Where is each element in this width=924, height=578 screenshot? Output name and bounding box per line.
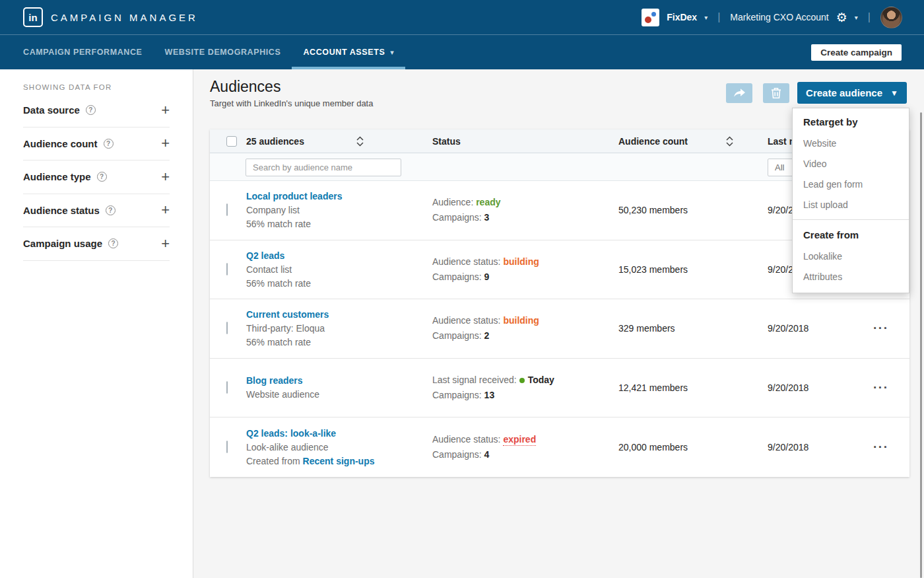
row-checkbox[interactable] xyxy=(226,263,228,275)
user-avatar[interactable] xyxy=(880,7,902,28)
menu-item-website[interactable]: Website xyxy=(793,137,909,150)
filter-label: Audience count xyxy=(23,138,98,149)
logo-red-dot xyxy=(645,17,651,23)
status-value: expired xyxy=(503,434,536,446)
campaigns-count: 2 xyxy=(484,330,490,341)
vertical-scrollbar[interactable] xyxy=(920,112,922,578)
column-audiences[interactable]: 25 audiences xyxy=(246,129,304,153)
page-subtitle: Target with LinkedIn's unique member dat… xyxy=(210,98,373,108)
status-cell: Last signal received:Today Campaigns: 13 xyxy=(432,373,607,403)
status-value: ready xyxy=(476,197,500,207)
menu-item-attributes[interactable]: Attributes xyxy=(793,270,909,283)
campaigns-label: Campaigns: xyxy=(432,212,482,223)
created-from: Created from Recent sign-ups xyxy=(246,454,421,468)
menu-item-list-upload[interactable]: List upload xyxy=(793,198,909,211)
gear-icon[interactable]: ⚙ xyxy=(836,11,847,24)
audience-name-link[interactable]: Current customers xyxy=(246,308,421,322)
search-input[interactable] xyxy=(246,159,401,176)
create-campaign-button[interactable]: Create campaign xyxy=(811,44,902,61)
sort-icon[interactable] xyxy=(726,136,733,147)
filter-label: Campaign usage xyxy=(23,238,102,249)
divider: | xyxy=(868,11,871,23)
row-checkbox[interactable] xyxy=(226,322,228,334)
brand-home-link[interactable]: in CAMPAIGN MANAGER xyxy=(23,7,198,27)
share-button[interactable] xyxy=(726,83,752,103)
main-nav: CAMPAIGN PERFORMANCE WEBSITE DEMOGRAPHIC… xyxy=(0,34,924,69)
menu-item-lookalike[interactable]: Lookalike xyxy=(793,250,909,263)
created-from-link[interactable]: Recent sign-ups xyxy=(303,456,375,466)
row-actions-menu[interactable]: ··· xyxy=(873,321,888,336)
menu-section-retarget-by: Retarget by xyxy=(793,115,909,129)
filter-item-audience-count[interactable]: Audience count ? + xyxy=(23,127,170,161)
status-label: Last signal received: xyxy=(432,375,517,385)
campaigns-count: 13 xyxy=(484,390,495,400)
tab-campaign-performance[interactable]: CAMPAIGN PERFORMANCE xyxy=(12,35,154,69)
tab-label: WEBSITE DEMOGRAPHICS xyxy=(165,48,281,57)
menu-list: Website Video Lead gen form List upload xyxy=(793,137,909,211)
tab-website-demographics[interactable]: WEBSITE DEMOGRAPHICS xyxy=(154,35,292,69)
status-cell: Audience status: building Campaigns: 2 xyxy=(432,313,607,343)
status-value: building xyxy=(503,315,539,326)
plus-icon: + xyxy=(161,170,170,184)
row-actions-menu[interactable]: ··· xyxy=(873,440,888,454)
audience-type: Third-party: Eloqua xyxy=(246,322,421,336)
column-audience-count[interactable]: Audience count xyxy=(618,129,688,153)
divider: | xyxy=(717,11,720,23)
campaigns-count: 3 xyxy=(484,212,490,223)
menu-item-lead-gen-form[interactable]: Lead gen form xyxy=(793,178,909,191)
delete-button[interactable] xyxy=(763,83,789,103)
chevron-down-icon[interactable]: ▾ xyxy=(704,14,708,21)
audience-name-link[interactable]: Q2 leads xyxy=(246,248,421,262)
tab-account-assets[interactable]: ACCOUNT ASSETS ▾ xyxy=(292,35,405,69)
row-checkbox[interactable] xyxy=(226,203,228,216)
select-all-checkbox[interactable] xyxy=(226,136,237,147)
column-status[interactable]: Status xyxy=(432,129,461,153)
audience-name-link[interactable]: Q2 leads: look-a-like xyxy=(246,427,421,441)
filter-item-campaign-usage[interactable]: Campaign usage ? + xyxy=(23,227,170,261)
filter-item-audience-status[interactable]: Audience status ? + xyxy=(23,194,170,228)
help-icon[interactable]: ? xyxy=(86,105,96,115)
match-rate: 56% match rate xyxy=(246,276,421,290)
create-audience-button[interactable]: Create audience ▼ xyxy=(797,82,907,104)
last-modified-date: 9/20/2018 xyxy=(768,323,808,334)
logo-blue-dot xyxy=(651,12,656,17)
member-count: 15,023 members xyxy=(618,264,688,275)
member-count: 20,000 members xyxy=(618,442,688,452)
last-modified-date: 9/20/2018 xyxy=(768,382,808,393)
menu-item-video[interactable]: Video xyxy=(793,157,909,170)
audience-type: Contact list xyxy=(246,262,421,276)
company-switcher[interactable]: FixDex xyxy=(667,12,697,22)
account-switcher[interactable]: Marketing CXO Account xyxy=(730,12,828,22)
share-arrow-icon xyxy=(733,87,746,99)
company-logo-icon xyxy=(642,9,659,26)
filter-sidebar: SHOWING DATA FOR Data source ? + Audienc… xyxy=(0,69,193,578)
chevron-down-icon: ▼ xyxy=(890,89,898,98)
audience-name-link[interactable]: Local product leaders xyxy=(246,190,421,203)
date-filter-value: All xyxy=(775,163,784,172)
created-from-label: Created from xyxy=(246,456,303,466)
menu-section-create-from: Create from xyxy=(793,228,909,242)
chevron-down-icon[interactable]: ▾ xyxy=(855,14,858,21)
help-icon[interactable]: ? xyxy=(97,172,107,182)
status-cell: Audience status: building Campaigns: 9 xyxy=(432,254,607,285)
row-actions-menu[interactable]: ··· xyxy=(873,380,888,395)
row-checkbox[interactable] xyxy=(226,441,228,453)
campaigns-label: Campaigns: xyxy=(432,330,482,341)
campaigns-label: Campaigns: xyxy=(432,449,482,460)
member-count: 12,421 members xyxy=(618,382,688,393)
audience-name-link[interactable]: Blog readers xyxy=(246,374,421,388)
tab-label: ACCOUNT ASSETS xyxy=(303,48,385,57)
member-count: 329 members xyxy=(618,323,675,334)
help-icon[interactable]: ? xyxy=(106,205,116,215)
menu-list: Lookalike Attributes xyxy=(793,250,909,283)
filter-item-data-source[interactable]: Data source ? + xyxy=(23,94,170,127)
trash-icon xyxy=(771,87,781,99)
help-icon[interactable]: ? xyxy=(108,238,118,248)
audience-type: Look-alike audience xyxy=(246,441,421,454)
help-icon[interactable]: ? xyxy=(104,139,114,149)
row-checkbox[interactable] xyxy=(226,381,228,394)
plus-icon: + xyxy=(161,136,170,151)
sort-icon[interactable] xyxy=(356,136,364,147)
filter-item-audience-type[interactable]: Audience type ? + xyxy=(23,161,170,194)
tab-label: CAMPAIGN PERFORMANCE xyxy=(23,48,143,57)
